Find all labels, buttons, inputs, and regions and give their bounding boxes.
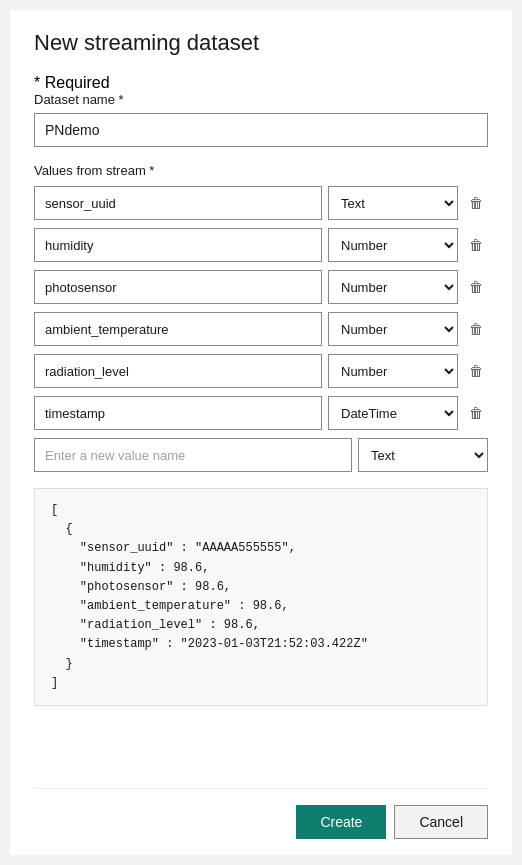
new-value-row: Text Number DateTime Boolean	[34, 438, 488, 472]
new-value-type-select[interactable]: Text Number DateTime Boolean	[358, 438, 488, 472]
fields-container: TextNumberDateTimeBooleanTextNumberDateT…	[34, 186, 488, 430]
delete-field-button[interactable]	[464, 191, 488, 215]
field-type-select[interactable]: TextNumberDateTimeBoolean	[328, 354, 458, 388]
table-row: TextNumberDateTimeBoolean	[34, 312, 488, 346]
dataset-name-input[interactable]	[34, 113, 488, 147]
create-button[interactable]: Create	[296, 805, 386, 839]
table-row: TextNumberDateTimeBoolean	[34, 228, 488, 262]
table-row: TextNumberDateTimeBoolean	[34, 396, 488, 430]
table-row: TextNumberDateTimeBoolean	[34, 270, 488, 304]
field-type-select[interactable]: TextNumberDateTimeBoolean	[328, 186, 458, 220]
trash-icon	[469, 279, 483, 295]
json-preview: [ { "sensor_uuid" : "AAAAA555555", "humi…	[34, 488, 488, 706]
dataset-name-label: Dataset name *	[34, 92, 488, 107]
field-name-input[interactable]	[34, 354, 322, 388]
trash-icon	[469, 405, 483, 421]
field-type-select[interactable]: TextNumberDateTimeBoolean	[328, 228, 458, 262]
field-type-select[interactable]: TextNumberDateTimeBoolean	[328, 396, 458, 430]
table-row: TextNumberDateTimeBoolean	[34, 186, 488, 220]
required-note: * Required	[34, 74, 488, 92]
delete-field-button[interactable]	[464, 401, 488, 425]
panel: New streaming dataset * Required Dataset…	[10, 10, 512, 855]
page-title: New streaming dataset	[34, 30, 488, 56]
field-type-select[interactable]: TextNumberDateTimeBoolean	[328, 312, 458, 346]
trash-icon	[469, 237, 483, 253]
trash-icon	[469, 321, 483, 337]
trash-icon	[469, 363, 483, 379]
field-name-input[interactable]	[34, 396, 322, 430]
delete-field-button[interactable]	[464, 275, 488, 299]
cancel-button[interactable]: Cancel	[394, 805, 488, 839]
delete-field-button[interactable]	[464, 233, 488, 257]
delete-field-button[interactable]	[464, 317, 488, 341]
field-name-input[interactable]	[34, 312, 322, 346]
trash-icon	[469, 195, 483, 211]
delete-field-button[interactable]	[464, 359, 488, 383]
values-from-stream-label: Values from stream *	[34, 163, 488, 178]
field-name-input[interactable]	[34, 228, 322, 262]
footer: Create Cancel	[34, 788, 488, 855]
field-type-select[interactable]: TextNumberDateTimeBoolean	[328, 270, 458, 304]
table-row: TextNumberDateTimeBoolean	[34, 354, 488, 388]
new-value-name-input[interactable]	[34, 438, 352, 472]
values-section: Values from stream * TextNumberDateTimeB…	[34, 163, 488, 480]
field-name-input[interactable]	[34, 270, 322, 304]
field-name-input[interactable]	[34, 186, 322, 220]
